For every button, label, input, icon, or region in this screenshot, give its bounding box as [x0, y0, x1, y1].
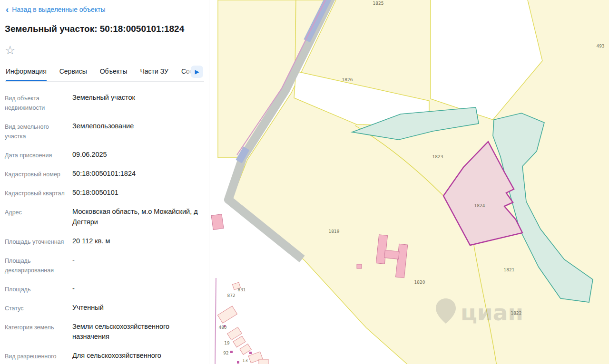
parcel-label: 1823 — [432, 154, 443, 159]
parcel-label: 480 — [218, 325, 226, 330]
field-label: Вид разрешенного использования — [5, 351, 72, 364]
field-label: Кадастровый квартал — [5, 188, 72, 198]
back-link[interactable]: ‹ Назад в выделенные объекты — [6, 6, 204, 13]
tabs: Информация Сервисы Объекты Части ЗУ Сост… — [5, 64, 204, 82]
field-label: Площадь уточненная — [5, 236, 72, 247]
parcel-label: 831 — [237, 287, 246, 292]
field-value: 09.06.2025 — [72, 150, 204, 160]
field-value: Землепользование — [72, 121, 204, 132]
star-icon: ☆ — [5, 43, 15, 57]
field-row: Вид земельного участка Землепользование — [5, 117, 204, 145]
field-label: Кадастровый номер — [5, 169, 72, 179]
parcel-label: 1821 — [504, 268, 515, 272]
field-row: Площадь - — [5, 279, 204, 298]
field-row: Кадастровый квартал 50:18:0050101 — [5, 183, 204, 202]
field-label: Площадь — [5, 284, 72, 294]
parcel-label: 493 — [596, 44, 604, 48]
favorite-button[interactable]: ☆ — [5, 42, 21, 58]
field-row: Адрес Московская область, м.о Можайский,… — [5, 202, 204, 232]
field-value: Для сельскохозяйственного производства — [72, 351, 204, 364]
tab-objects[interactable]: Объекты — [100, 64, 128, 81]
parcel-label: 19 — [224, 341, 230, 345]
field-label: Дата присвоения — [5, 150, 72, 160]
field-value: Учтенный — [72, 303, 204, 313]
edge-building — [211, 214, 224, 230]
field-row: Площадь декларированная - — [5, 251, 204, 279]
field-row: Кадастровый номер 50:18:0050101:1824 — [5, 164, 204, 183]
watermark-text: циан — [461, 299, 523, 326]
field-label: Вид земельного участка — [5, 121, 72, 141]
tab-services[interactable]: Сервисы — [59, 64, 87, 81]
field-row: Категория земель Земли сельскохозяйствен… — [5, 317, 204, 347]
field-label: Категория земель — [5, 322, 72, 332]
field-row: Статус Учтенный — [5, 298, 204, 317]
arrow-right-icon: ▶ — [195, 68, 199, 75]
back-chevron-icon: ‹ — [6, 6, 9, 13]
field-value: Земельный участок — [72, 93, 204, 103]
parcel-label-selected: 1824 — [474, 203, 485, 208]
field-row: Вид разрешенного использования Для сельс… — [5, 346, 204, 364]
tabs-overflow-fade: ▶ — [185, 64, 204, 81]
field-row: Площадь уточненная 20 112 кв. м — [5, 232, 204, 251]
field-value: 20 112 кв. м — [72, 236, 204, 247]
parcel-label: 1819 — [329, 229, 340, 234]
field-value: 50:18:0050101 — [72, 188, 204, 198]
field-label: Вид объекта недвижимости — [5, 93, 72, 113]
field-value: 50:18:0050101:1824 — [72, 169, 204, 179]
parcel-label: 92 — [223, 351, 228, 355]
field-label: Адрес — [5, 207, 72, 217]
field-label: Площадь декларированная — [5, 255, 72, 275]
field-value: Земли сельскохозяйственного назначения — [72, 322, 204, 343]
field-value: Московская область, м.о Можайский, д Дег… — [72, 207, 204, 228]
parcel-label: 1820 — [414, 280, 425, 285]
cadastral-map[interactable]: 1825 493 1826 1823 1824 1819 1820 1821 1… — [209, 0, 609, 364]
tab-information[interactable]: Информация — [6, 64, 47, 81]
field-row: Вид объекта недвижимости Земельный участ… — [5, 88, 204, 117]
tab-parts[interactable]: Части ЗУ — [140, 64, 168, 81]
back-label: Назад в выделенные объекты — [12, 6, 105, 13]
field-value: - — [72, 284, 204, 294]
field-label: Статус — [5, 303, 72, 313]
app-window: 1825 493 1826 1823 1824 1819 1820 1821 1… — [0, 0, 609, 364]
small-building — [357, 264, 362, 268]
page-title: Земельный участок: 50:18:0050101:1824 — [5, 24, 204, 34]
parcel-label: 1826 — [342, 77, 353, 82]
field-value: - — [72, 255, 204, 266]
parcel-label: 1825 — [373, 1, 384, 6]
field-row: Дата присвоения 09.06.2025 — [5, 145, 204, 164]
parcel-label: 872 — [227, 293, 235, 298]
parcel-label: 13 — [242, 358, 247, 363]
tabs-scroll-right-button[interactable]: ▶ — [191, 66, 203, 78]
info-panel: ‹ Назад в выделенные объекты Земельный у… — [0, 0, 209, 364]
property-fields: Вид объекта недвижимости Земельный участ… — [5, 88, 204, 364]
